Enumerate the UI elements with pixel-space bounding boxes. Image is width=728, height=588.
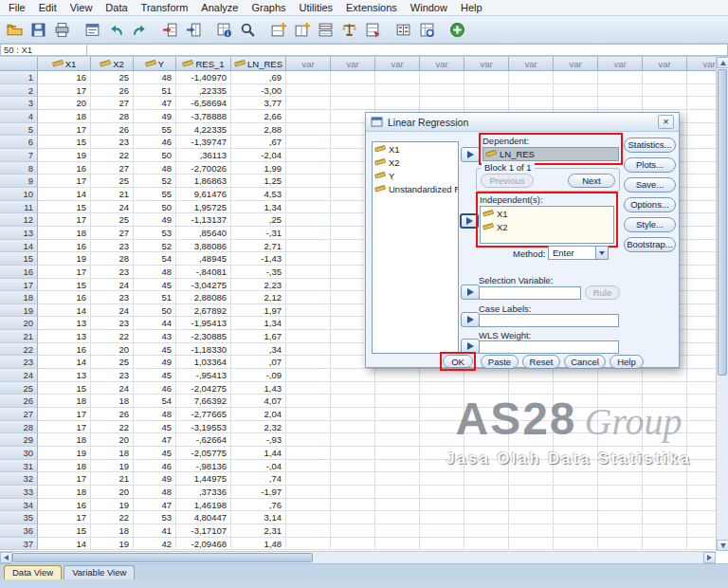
grid-cell[interactable]: 2,32 <box>231 421 286 434</box>
grid-cell[interactable]: 15 <box>38 524 91 538</box>
menu-item-window[interactable]: Window <box>404 1 454 14</box>
options-button[interactable]: Options... <box>624 197 676 212</box>
grid-cell[interactable]: -,35 <box>231 266 286 279</box>
grid-cell[interactable]: 49 <box>134 472 176 486</box>
grid-cell-empty[interactable] <box>286 486 331 499</box>
grid-cell[interactable]: ,48945 <box>176 252 231 266</box>
close-icon[interactable]: × <box>658 115 674 129</box>
grid-cell-empty[interactable] <box>509 382 554 395</box>
grid-cell-empty[interactable] <box>687 162 716 175</box>
grid-cell-empty[interactable] <box>375 71 420 84</box>
grid-cell-empty[interactable] <box>554 84 598 98</box>
case-labels-field[interactable] <box>479 314 619 327</box>
grid-cell-empty[interactable] <box>687 71 716 84</box>
row-number[interactable]: 32 <box>0 472 38 486</box>
horizontal-scrollbar[interactable] <box>0 551 716 563</box>
column-header-var[interactable]: var <box>375 57 420 71</box>
grid-cell-empty[interactable] <box>420 408 464 421</box>
dependent-field[interactable]: LN_RES <box>482 147 619 161</box>
row-number[interactable]: 5 <box>0 123 38 137</box>
grid-cell-empty[interactable] <box>331 433 375 447</box>
row-number[interactable]: 21 <box>0 330 38 343</box>
column-header-var[interactable]: var <box>331 57 375 71</box>
grid-cell-empty[interactable] <box>464 524 509 538</box>
grid-cell[interactable]: 20 <box>38 97 91 110</box>
grid-cell[interactable]: 15 <box>38 136 91 149</box>
grid-cell-empty[interactable] <box>286 343 331 357</box>
grid-cell[interactable]: 45 <box>134 447 176 460</box>
grid-cell[interactable]: 4,53 <box>231 188 286 201</box>
grid-cell-empty[interactable] <box>687 421 716 434</box>
menu-item-edit[interactable]: Edit <box>32 1 64 14</box>
grid-cell[interactable]: 1,95725 <box>176 201 231 214</box>
row-number[interactable]: 22 <box>0 343 38 357</box>
show-variables-button[interactable] <box>415 18 439 42</box>
goto-case-button[interactable] <box>158 18 182 42</box>
grid-cell-empty[interactable] <box>687 356 716 369</box>
row-number[interactable]: 28 <box>0 421 38 434</box>
grid-cell-empty[interactable] <box>598 97 643 110</box>
grid-cell-empty[interactable] <box>554 421 598 434</box>
grid-cell-empty[interactable] <box>420 524 464 538</box>
column-header-ln_res[interactable]: LN_RES <box>231 57 286 71</box>
grid-cell-empty[interactable] <box>286 84 331 98</box>
cancel-button[interactable]: Cancel <box>564 355 606 369</box>
grid-cell-empty[interactable] <box>509 421 554 434</box>
grid-cell-empty[interactable] <box>598 84 643 98</box>
grid-cell-empty[interactable] <box>286 382 331 395</box>
grid-cell-empty[interactable] <box>687 538 716 551</box>
paste-button[interactable]: Paste <box>481 355 519 369</box>
row-number[interactable]: 6 <box>0 136 38 149</box>
grid-cell-empty[interactable] <box>687 84 716 98</box>
grid-cell[interactable]: 14 <box>38 538 91 551</box>
grid-cell[interactable]: 46 <box>134 382 176 395</box>
grid-cell-empty[interactable] <box>286 136 331 149</box>
grid-cell-empty[interactable] <box>375 84 420 98</box>
grid-cell-empty[interactable] <box>509 433 554 447</box>
grid-cell[interactable]: 1,03364 <box>176 356 231 369</box>
grid-cell[interactable]: -2,05775 <box>176 447 231 460</box>
ok-button[interactable]: OK <box>443 355 473 368</box>
grid-cell-empty[interactable] <box>375 524 420 538</box>
grid-cell[interactable]: 42 <box>134 538 176 551</box>
grid-cell-empty[interactable] <box>643 369 687 382</box>
row-number[interactable]: 14 <box>0 240 38 253</box>
grid-cell[interactable]: ,69 <box>231 71 286 84</box>
grid-cell-empty[interactable] <box>286 149 331 162</box>
grid-cell-empty[interactable] <box>598 511 643 524</box>
row-number[interactable]: 27 <box>0 408 38 421</box>
grid-cell[interactable]: 1,46198 <box>176 499 231 512</box>
variable-list-item[interactable]: X2 <box>373 156 458 169</box>
grid-cell[interactable]: 45 <box>134 279 176 292</box>
custom-dialogs-button[interactable] <box>446 18 469 42</box>
grid-cell-empty[interactable] <box>331 472 375 486</box>
grid-cell-empty[interactable] <box>331 511 375 524</box>
row-number[interactable]: 30 <box>0 447 38 460</box>
grid-cell[interactable]: -1,40970 <box>176 71 231 84</box>
grid-cell[interactable]: 1,86863 <box>176 175 231 188</box>
grid-cell[interactable]: 23 <box>91 266 134 279</box>
grid-cell[interactable]: 22 <box>91 330 134 343</box>
grid-cell-empty[interactable] <box>598 395 643 408</box>
variables-button[interactable] <box>212 18 236 42</box>
grid-cell[interactable]: 18 <box>91 395 134 408</box>
grid-cell-empty[interactable] <box>509 97 554 110</box>
grid-cell-empty[interactable] <box>687 317 716 330</box>
menu-item-transform[interactable]: Transform <box>135 1 195 14</box>
grid-cell[interactable]: 21 <box>91 472 134 486</box>
grid-cell-empty[interactable] <box>464 421 509 434</box>
grid-cell-empty[interactable] <box>286 524 331 538</box>
vertical-scrollbar[interactable] <box>716 57 728 551</box>
grid-cell-empty[interactable] <box>598 421 643 434</box>
grid-cell[interactable]: 47 <box>134 97 176 110</box>
grid-cell[interactable]: -,95413 <box>176 369 231 382</box>
grid-cell-empty[interactable] <box>687 291 716 304</box>
menu-item-file[interactable]: File <box>2 1 32 14</box>
grid-cell[interactable]: 19 <box>91 460 134 473</box>
grid-cell[interactable]: ,67 <box>231 136 286 149</box>
grid-cell[interactable]: ,25 <box>231 213 286 227</box>
grid-cell-empty[interactable] <box>643 447 687 460</box>
grid-cell[interactable]: 27 <box>91 97 134 110</box>
grid-cell-empty[interactable] <box>420 97 464 110</box>
grid-cell[interactable]: 20 <box>91 486 134 499</box>
